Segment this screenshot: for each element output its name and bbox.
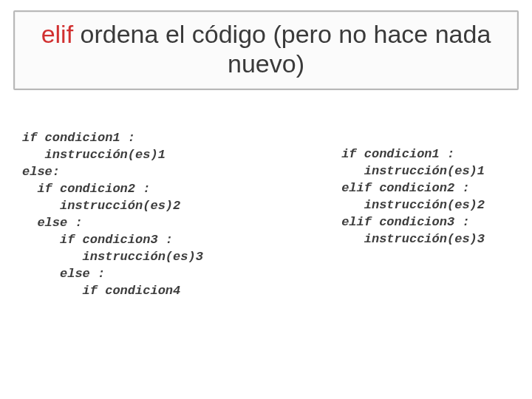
code-block-nested: if condicion1 : instrucción(es)1 else: i… [22, 130, 203, 299]
slide: elif ordena el código (pero no hace nada… [0, 0, 532, 399]
body-columns: if condicion1 : instrucción(es)1 else: i… [13, 130, 519, 299]
title-box: elif ordena el código (pero no hace nada… [13, 10, 519, 90]
slide-title: elif ordena el código (pero no hace nada… [25, 19, 507, 78]
title-rest: ordena el código (pero no hace nada nuev… [73, 20, 491, 78]
code-block-elif: if condicion1 : instrucción(es)1 elif co… [341, 146, 485, 299]
title-keyword: elif [41, 20, 73, 48]
